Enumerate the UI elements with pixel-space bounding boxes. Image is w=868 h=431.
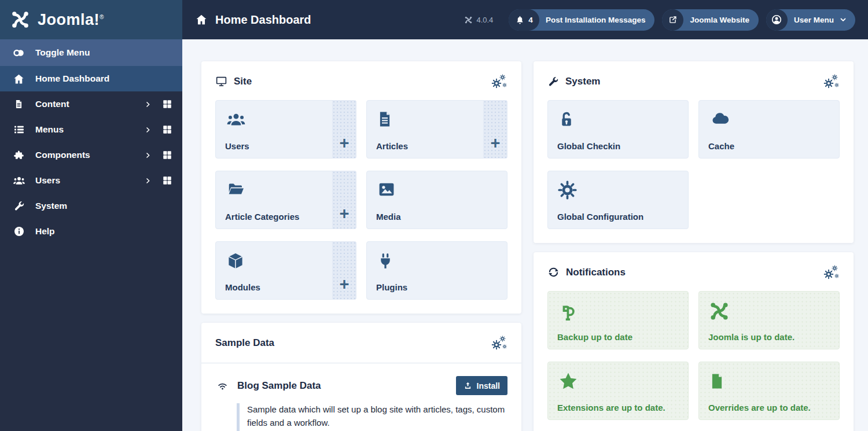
shortcut-cache[interactable]: Cache <box>698 100 840 159</box>
add-users-button[interactable]: + <box>332 100 356 159</box>
shortcut-plugins[interactable]: Plugins <box>366 241 507 300</box>
version-number: 4.0.4 <box>476 16 493 24</box>
install-label: Install <box>477 381 500 391</box>
wrench-icon <box>547 76 559 87</box>
card-title: Notifications <box>566 267 626 278</box>
shortcut-label: Global Configuration <box>557 212 679 222</box>
users-icon <box>12 174 25 187</box>
sidebar-item-content[interactable]: Content <box>0 91 182 117</box>
shortcut-users[interactable]: Users + <box>215 100 356 159</box>
folder-open-icon <box>225 180 247 198</box>
file-icon <box>708 371 726 392</box>
user-circle-icon <box>771 14 782 25</box>
post-installation-messages-button[interactable]: 4 Post Installation Messages <box>509 9 654 31</box>
joomla-website-button[interactable]: Joomla Website <box>662 9 759 31</box>
notification-overrides[interactable]: Overrides are up to date. <box>698 362 840 420</box>
shortcut-label: Plugins <box>376 282 498 292</box>
card-title: System <box>565 76 600 87</box>
sidebar-item-home-dashboard[interactable]: Home Dashboard <box>0 66 182 91</box>
home-icon <box>12 73 25 85</box>
brand-name: Joomla!® <box>38 11 104 29</box>
options-cogs-icon[interactable] <box>822 265 840 279</box>
wifi-icon <box>215 380 230 392</box>
shortcut-global-configuration[interactable]: Global Configuration <box>547 171 689 229</box>
dashboard-grid-icon[interactable] <box>162 175 172 186</box>
notification-label: Overrides are up to date. <box>708 403 830 412</box>
gear-icon <box>557 180 578 200</box>
options-cogs-icon[interactable] <box>822 74 840 89</box>
plus-icon: + <box>340 135 350 152</box>
toggle-icon <box>12 46 25 60</box>
chevron-right-icon[interactable] <box>144 126 152 134</box>
sidebar-item-system[interactable]: System <box>0 193 182 219</box>
install-button[interactable]: Install <box>456 376 507 395</box>
shortcut-label: Users <box>225 141 347 151</box>
chevron-down-icon <box>839 16 847 24</box>
notification-joomla-update[interactable]: Joomla is up to date. <box>698 291 840 349</box>
description-line: Sample data which will set up a blog sit… <box>247 403 507 429</box>
card-title: Sample Data <box>215 337 274 349</box>
sidebar-item-help[interactable]: Help <box>0 219 182 244</box>
main-content: Site Users + Articles + <box>182 39 868 431</box>
unlock-icon <box>557 109 576 130</box>
external-link-bubble <box>662 9 683 31</box>
bell-icon <box>515 15 525 25</box>
shortcut-global-checkin[interactable]: Global Checkin <box>547 100 689 159</box>
cloud-icon <box>708 109 731 128</box>
monitor-icon <box>215 75 227 87</box>
add-category-button[interactable]: + <box>332 171 356 229</box>
shortcut-label: Global Checkin <box>557 141 679 151</box>
shortcut-article-categories[interactable]: Article Categories + <box>215 171 356 229</box>
message-count: 4 <box>528 16 533 24</box>
sidebar: Joomla!® Toggle Menu Home Dashboard Cont… <box>0 0 182 431</box>
wrench-icon <box>12 200 25 212</box>
chevron-right-icon[interactable] <box>144 101 152 108</box>
article-file-icon <box>376 109 393 129</box>
sample-data-card: Sample Data Blog Sample Data Install <box>201 323 521 431</box>
shortcut-label: Article Categories <box>225 212 347 222</box>
notification-label: Backup up to date <box>557 332 679 342</box>
cube-icon <box>225 251 246 271</box>
sidebar-item-label: Home Dashboard <box>35 73 172 84</box>
star-icon <box>557 371 579 392</box>
shortcut-label: Media <box>376 212 498 222</box>
sidebar-item-users[interactable]: Users <box>0 168 182 193</box>
page-title-text: Home Dashboard <box>215 13 311 27</box>
sidebar-item-label: System <box>35 201 172 211</box>
sidebar-item-label: Menus <box>35 124 134 135</box>
dashboard-grid-icon[interactable] <box>162 124 172 135</box>
sidebar-item-label: Toggle Menu <box>35 47 172 58</box>
add-module-button[interactable]: + <box>332 241 356 300</box>
shortcut-label: Modules <box>225 282 347 292</box>
shortcut-label: Cache <box>708 141 830 151</box>
notification-label: Joomla is up to date. <box>708 332 830 342</box>
page-title: Home Dashboard <box>195 13 311 27</box>
system-card: System Global Checkin Cache <box>534 61 854 243</box>
home-icon <box>195 13 208 26</box>
notification-extensions[interactable]: Extensions are up to date. <box>547 362 689 420</box>
plus-icon: + <box>340 205 350 222</box>
shortcut-modules[interactable]: Modules + <box>215 241 356 300</box>
plus-icon: + <box>491 135 501 152</box>
plug-icon <box>376 251 395 271</box>
chevron-right-icon[interactable] <box>144 152 152 159</box>
shortcut-media[interactable]: Media <box>366 171 507 229</box>
chevron-right-icon[interactable] <box>144 177 152 185</box>
shortcut-articles[interactable]: Articles + <box>366 100 507 159</box>
dashboard-grid-icon[interactable] <box>162 99 172 109</box>
sidebar-item-toggle-menu[interactable]: Toggle Menu <box>0 39 182 66</box>
sidebar-item-label: Components <box>35 150 134 160</box>
version-badge: 4.0.4 <box>464 16 493 24</box>
user-menu-button[interactable]: User Menu <box>766 9 855 31</box>
dashboard-grid-icon[interactable] <box>162 150 172 160</box>
notification-backup[interactable]: Backup up to date <box>547 291 689 349</box>
plus-icon: + <box>340 276 350 293</box>
sidebar-item-components[interactable]: Components <box>0 142 182 168</box>
add-article-button[interactable]: + <box>483 100 507 159</box>
backup-tree-icon <box>557 300 577 322</box>
sidebar-item-menus[interactable]: Menus <box>0 117 182 142</box>
options-cogs-icon[interactable] <box>490 336 507 350</box>
button-label: User Menu <box>794 16 834 24</box>
options-cogs-icon[interactable] <box>490 74 507 89</box>
topbar: Home Dashboard 4.0.4 4 Post Installation… <box>182 0 868 39</box>
